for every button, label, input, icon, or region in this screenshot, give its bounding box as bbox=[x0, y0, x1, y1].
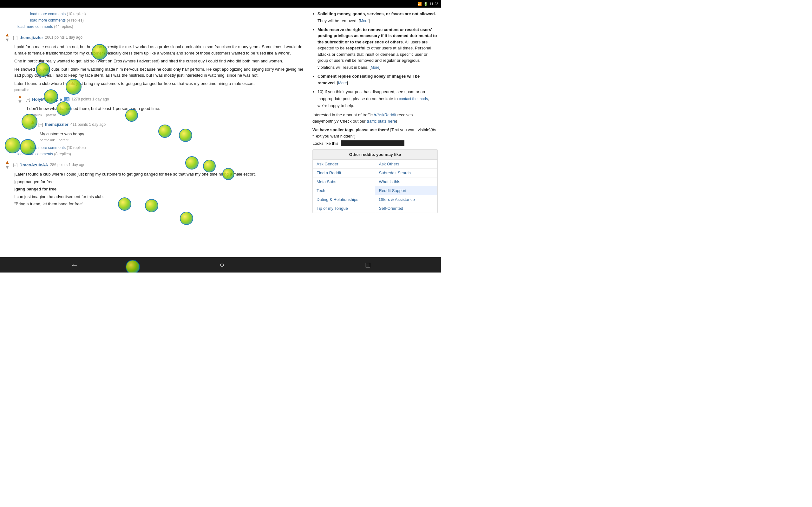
wifi-icon: 📶 bbox=[417, 2, 422, 6]
downvote-3[interactable]: ▼ bbox=[30, 124, 35, 130]
other-reddits-title: Other reddits you may like bbox=[313, 150, 438, 160]
comment-4-body: |Later I found a club where I could just… bbox=[14, 171, 304, 207]
comment-4-username[interactable]: DracoAzuleAA bbox=[19, 163, 48, 167]
comment-2-prefix: [–] bbox=[26, 97, 30, 102]
traffic-text: Interested in the amount of traffic /r/A… bbox=[312, 112, 438, 124]
vote-arrows-1[interactable]: ▲ ▼ bbox=[5, 32, 10, 43]
comment-4: ▲ ▼ [–] DracoAzuleAA 286 points 1 day ag… bbox=[5, 160, 304, 207]
rule8-label: Mods reserve the right to remove content… bbox=[317, 27, 437, 44]
upvote-1[interactable]: ▲ bbox=[5, 32, 10, 38]
load-more-block-1: load more comments (10 replies) bbox=[5, 11, 304, 17]
comment-3-parent[interactable]: parent bbox=[59, 138, 68, 142]
main-container: load more comments (10 replies) load mor… bbox=[0, 8, 441, 257]
subreddit-find-reddit[interactable]: Find a Reddit bbox=[313, 169, 375, 177]
comment-2-permalink[interactable]: permalink bbox=[27, 113, 42, 117]
subreddit-ask-gender[interactable]: Ask Gender bbox=[313, 160, 375, 169]
status-bar: 📶 🔋 11:28 bbox=[0, 0, 441, 8]
comment-2-meta: 1278 points 1 day ago bbox=[71, 97, 109, 101]
time-display: 11:28 bbox=[429, 2, 438, 6]
subreddit-search[interactable]: Subreddit Search bbox=[375, 169, 438, 177]
comment-4-meta: 286 points 1 day ago bbox=[50, 163, 85, 167]
comment-1-body: I paid for a male escort and I'm not, bu… bbox=[14, 44, 304, 87]
rule7-label: Soliciting money, goods, services, or fa… bbox=[317, 11, 436, 16]
contact-mods-link[interactable]: contact the mods bbox=[399, 96, 428, 102]
load-more-block-3: load more comments (44 replies) bbox=[5, 23, 304, 30]
other-reddits-box: Other reddits you may like Ask Gender As… bbox=[312, 149, 438, 213]
load-more-link-4[interactable]: load more comments (10 replies) bbox=[30, 146, 86, 150]
vote-arrows-4[interactable]: ▲ ▼ bbox=[5, 160, 10, 170]
comment-1-prefix: [–] bbox=[13, 35, 17, 40]
rule7-more-link[interactable]: More bbox=[360, 18, 368, 24]
sidebar: Soliciting money, goods, services, or fa… bbox=[309, 8, 441, 257]
subreddit-reddit-support[interactable]: Reddit Support bbox=[375, 186, 438, 195]
askreddit-link[interactable]: /r/AskReddit bbox=[374, 112, 396, 117]
subreddit-meta-subs[interactable]: Meta Subs bbox=[313, 177, 375, 186]
comment-1-meta: 2061 points 1 day ago bbox=[45, 35, 83, 40]
comment-3-actions: permalink parent bbox=[40, 138, 304, 142]
downvote-2[interactable]: ▼ bbox=[17, 99, 22, 104]
comment-1-permalink[interactable]: permalink bbox=[14, 88, 30, 92]
subreddit-offers[interactable]: Offers & Assistance bbox=[375, 195, 438, 204]
comment-3-permalink[interactable]: permalink bbox=[40, 138, 55, 142]
downvote-1[interactable]: ▼ bbox=[5, 38, 10, 43]
comment-2-body: I don't know what happened there, but at… bbox=[27, 106, 304, 112]
comment-3-header: ▲ ▼ [–] themcjizzler 411 points 1 day ag… bbox=[30, 119, 304, 130]
nav-recent[interactable]: □ bbox=[366, 261, 370, 269]
comment-1-header: ▲ ▼ [–] themcjizzler 2061 points 1 day a… bbox=[5, 32, 304, 43]
load-more-link-5[interactable]: load more comments (8 replies) bbox=[17, 152, 71, 156]
subreddit-self-oriented[interactable]: Self-Oriented bbox=[375, 204, 438, 213]
rule9-label: Comment replies consisting solely of ima… bbox=[317, 74, 420, 86]
battery-icon: 🔋 bbox=[423, 2, 428, 6]
comment-3-body: My customer was happy bbox=[40, 131, 304, 137]
comment-1-actions: permalink bbox=[14, 88, 304, 92]
rule10: 10) If you think your post has disappear… bbox=[317, 89, 438, 109]
upvote-2[interactable]: ▲ bbox=[17, 94, 22, 99]
subreddit-tech[interactable]: Tech bbox=[313, 186, 375, 195]
comment-2-mod-badge: [S] bbox=[64, 97, 69, 101]
rule9-more-link[interactable]: More bbox=[338, 80, 347, 86]
spoiler-text: We have spoiler tags, please use them! [… bbox=[312, 127, 438, 139]
comment-4-header: ▲ ▼ [–] DracoAzuleAA 286 points 1 day ag… bbox=[5, 160, 304, 170]
subreddit-tip-of-tongue[interactable]: Tip of my Tongue bbox=[313, 204, 375, 213]
looks-like-row: Looks like this bbox=[312, 140, 438, 146]
downvote-4[interactable]: ▼ bbox=[5, 165, 10, 170]
comment-3-username[interactable]: themcjizzler bbox=[45, 122, 68, 127]
load-more-block-2: load more comments (4 replies) bbox=[5, 17, 304, 23]
status-icons: 📶 🔋 11:28 bbox=[417, 2, 438, 6]
upvote-3[interactable]: ▲ bbox=[30, 119, 35, 124]
comment-3-prefix: [–] bbox=[38, 122, 43, 127]
nav-back[interactable]: ← bbox=[71, 261, 78, 269]
vote-arrows-2[interactable]: ▲ ▼ bbox=[17, 94, 22, 104]
nav-home[interactable]: ○ bbox=[219, 261, 224, 269]
load-more-block-5: load more comments (8 replies) bbox=[5, 151, 304, 157]
load-more-link-3[interactable]: load more comments (44 replies) bbox=[17, 24, 73, 29]
traffic-stats-link[interactable]: traffic stats here bbox=[367, 119, 396, 124]
vote-arrows-3[interactable]: ▲ ▼ bbox=[30, 119, 35, 130]
load-more-block-4: load more comments (10 replies) bbox=[5, 145, 304, 151]
load-more-link-2[interactable]: load more comments (4 replies) bbox=[30, 18, 84, 22]
comment-4-prefix: [–] bbox=[13, 163, 17, 167]
comment-2-username[interactable]: HolyManNipple bbox=[32, 97, 62, 102]
comment-2-header: ▲ ▼ [–] HolyManNipple [S] 1278 points 1 … bbox=[17, 94, 304, 104]
sidebar-rules: Soliciting money, goods, services, or fa… bbox=[312, 11, 438, 109]
rule8-more-link[interactable]: More bbox=[371, 65, 379, 70]
content-area: load more comments (10 replies) load mor… bbox=[0, 8, 309, 257]
comment-2: ▲ ▼ [–] HolyManNipple [S] 1278 points 1 … bbox=[5, 94, 304, 117]
upvote-4[interactable]: ▲ bbox=[5, 160, 10, 165]
comment-2-actions: permalink parent bbox=[27, 113, 304, 117]
comment-1: ▲ ▼ [–] themcjizzler 2061 points 1 day a… bbox=[5, 32, 304, 92]
comment-3: ▲ ▼ [–] themcjizzler 411 points 1 day ag… bbox=[5, 119, 304, 142]
spoiler-hidden-text bbox=[341, 140, 404, 146]
comment-2-parent[interactable]: parent bbox=[46, 113, 56, 117]
subreddit-ask-others[interactable]: Ask Others bbox=[375, 160, 438, 169]
comment-3-meta: 411 points 1 day ago bbox=[70, 122, 106, 127]
comment-1-username[interactable]: themcjizzler bbox=[19, 35, 43, 40]
subreddit-dating[interactable]: Dating & Relationships bbox=[313, 195, 375, 204]
subreddit-grid: Ask Gender Ask Others Find a Reddit Subr… bbox=[313, 160, 438, 213]
load-more-link-1[interactable]: load more comments (10 replies) bbox=[30, 12, 86, 16]
subreddit-what-is-this[interactable]: What is this ___ bbox=[375, 177, 438, 186]
nav-bar: ← ○ □ bbox=[0, 257, 441, 273]
